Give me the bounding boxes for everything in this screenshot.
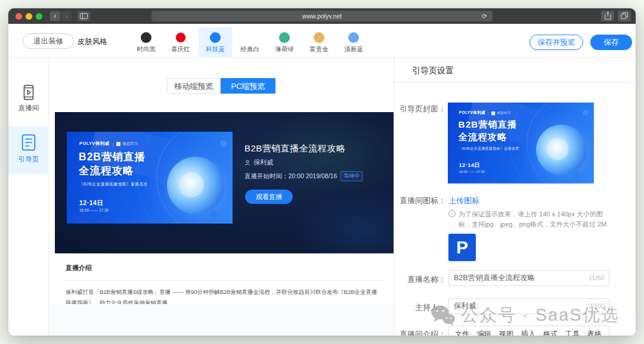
- address-bar[interactable]: www.polyv.net: [151, 11, 493, 21]
- editor-menu-bar: 文件 编辑 视图 插入 格式 工具 表格: [449, 326, 609, 336]
- name-char-counter: 11/50: [589, 274, 605, 281]
- guide-page-icon: [20, 134, 37, 151]
- host-label: 主持人：: [394, 302, 446, 313]
- banner-subtitle: 《B2B企业直播搭建指南》直播首发: [459, 146, 519, 151]
- live-start-time: 直播开始时间：20:00 2019/08/16: [244, 172, 337, 181]
- left-sidebar: 直播间 引导页: [8, 58, 49, 336]
- banner-subtitle: 《B2B企业直播搭建指南》直播首发: [79, 181, 148, 187]
- skin-option-black[interactable]: 时尚黑: [129, 27, 163, 58]
- status-badge: 等待中: [340, 171, 363, 181]
- room-intro-editor[interactable]: 文件 编辑 视图 插入 格式 工具 表格: [448, 326, 609, 336]
- editor-menu-view[interactable]: 视图: [499, 329, 513, 336]
- skin-swatch-gold[interactable]: [314, 32, 324, 43]
- upload-icon-link[interactable]: 上传图标: [448, 196, 479, 206]
- skin-swatch-mint-green[interactable]: [279, 32, 290, 43]
- preview-footer-area: [49, 304, 394, 336]
- tab-pc-preview[interactable]: PC端预览: [221, 78, 275, 94]
- exit-decoration-button[interactable]: 退出装修: [23, 33, 74, 49]
- back-button[interactable]: [50, 11, 60, 21]
- skin-option-mint-green[interactable]: 薄荷绿: [268, 27, 301, 58]
- sidebar-item-live-room[interactable]: 直播间: [8, 84, 49, 121]
- url-text: www.polyv.net: [302, 13, 342, 20]
- banner-title: B2B营销直播 全流程攻略: [459, 119, 518, 143]
- sidebar-toggle-icon[interactable]: [78, 11, 90, 21]
- share-icon[interactable]: [601, 11, 614, 21]
- editor-menu-file[interactable]: 文件: [455, 329, 469, 336]
- partner-logo-icon: [491, 111, 495, 115]
- live-room-icon: [21, 84, 36, 101]
- live-start-time-row: 直播开始时间：20:00 2019/08/16 等待中: [244, 171, 363, 181]
- skin-option-fresh-blue[interactable]: 清新蓝: [337, 27, 370, 58]
- guide-page-hero: POLYV保利威 | 致趋百川 B2B营销直播 全流程攻略 《B2B企业直播搭建…: [55, 112, 394, 253]
- tab-mobile-preview[interactable]: 移动端预览: [167, 78, 221, 94]
- room-intro-label: 直播间介绍：: [394, 329, 446, 336]
- browser-window: www.polyv.net 退出装修 皮肤风格 时尚黑 喜庆红 科技蓝 经典白: [8, 8, 636, 336]
- editor-menu-edit[interactable]: 编辑: [477, 329, 491, 336]
- preview-tabs: 移动端预览 PC端预览: [167, 78, 275, 94]
- skin-option-white[interactable]: 经典白: [233, 27, 267, 58]
- skin-swatch-red[interactable]: [175, 32, 186, 43]
- tab-overview-icon[interactable]: [618, 11, 631, 21]
- cover-thumbnail[interactable]: POLYV保利威 | 致趋百川 B2B营销直播 全流程攻略 《B2B企业直播搭建…: [448, 103, 594, 184]
- banner-time: 16:00 —— 17:30: [459, 170, 485, 173]
- settings-title: 引导页设置: [412, 66, 454, 76]
- watch-live-button[interactable]: 观看直播: [245, 190, 293, 204]
- room-icon-preview: P: [448, 234, 476, 261]
- intro-divider: [66, 280, 383, 281]
- decorator-toolbar: 退出装修 皮肤风格 时尚黑 喜庆红 科技蓝 经典白 薄荷绿 富贵金 清新蓝: [8, 24, 636, 58]
- banner-logos: POLYV保利威 | 致趋百川: [79, 141, 138, 147]
- host-input[interactable]: [448, 298, 609, 314]
- skin-option-gold[interactable]: 富贵金: [302, 27, 336, 58]
- banner-date: 12·14日: [79, 199, 103, 207]
- person-icon: [244, 160, 250, 166]
- live-title: B2B营销直播全流程攻略: [244, 143, 345, 154]
- sidebar-item-guide-page[interactable]: 引导页: [8, 126, 49, 174]
- banner-logos: POLYV保利威 | 致趋百川: [459, 110, 511, 116]
- skin-swatch-fresh-blue[interactable]: [348, 32, 359, 43]
- banner-date: 12·14日: [459, 162, 481, 169]
- guide-page-settings-panel: 引导页设置 引导页封面： POLYV保利威 | 致趋百川: [394, 58, 636, 336]
- deco-dot: [209, 210, 217, 218]
- icon-upload-hint: 为了保证显示效果，请上传 140 x 140px 大小的图标，支持jpg、jpe…: [448, 209, 614, 230]
- reload-icon[interactable]: [482, 11, 487, 21]
- editor-menu-insert[interactable]: 插入: [521, 329, 535, 336]
- forward-button[interactable]: [61, 11, 72, 21]
- skin-style-label: 皮肤风格: [78, 37, 107, 47]
- cover-label: 引导页封面：: [394, 104, 446, 114]
- live-host: 保利威: [253, 158, 273, 167]
- deco-dot: [583, 110, 589, 116]
- info-icon: [448, 210, 456, 217]
- deco-dot: [220, 140, 227, 147]
- zoom-window-button[interactable]: [36, 13, 42, 20]
- browser-titlebar: www.polyv.net: [8, 8, 636, 24]
- preview-area: 移动端预览 PC端预览 POLYV保利威 | 致趋百川: [49, 58, 394, 336]
- skin-swatch-tech-blue[interactable]: [210, 32, 221, 43]
- banner-time: 16:00 —— 17:30: [79, 208, 109, 212]
- save-button[interactable]: 保存: [590, 35, 632, 50]
- partner-logo-icon: [116, 142, 120, 146]
- close-window-button[interactable]: [16, 13, 22, 20]
- skin-swatch-black[interactable]: [141, 32, 151, 43]
- live-intro-heading: 直播介绍: [55, 253, 394, 272]
- host-char-counter: 3/100: [589, 302, 605, 309]
- live-name-label: 直播名称：: [394, 274, 446, 285]
- save-and-preview-button[interactable]: 保存并预览: [530, 35, 583, 50]
- banner-title: B2B营销直播 全流程攻略: [79, 150, 145, 178]
- editor-menu-format[interactable]: 格式: [543, 329, 558, 336]
- skin-swatch-white[interactable]: [244, 32, 255, 43]
- live-name-input[interactable]: [448, 270, 609, 286]
- cover-banner-thumb: POLYV保利威 | 致趋百川 B2B营销直播 全流程攻略 《B2B企业直播搭建…: [448, 103, 594, 184]
- editor-menu-table[interactable]: 表格: [587, 329, 602, 336]
- minimize-window-button[interactable]: [26, 13, 32, 20]
- settings-divider: [394, 82, 636, 83]
- live-cover-banner: POLYV保利威 | 致趋百川 B2B营销直播 全流程攻略 《B2B企业直播搭建…: [67, 132, 233, 224]
- room-icon-label: 直播间图标：: [394, 196, 446, 206]
- glow-disc-core: [547, 138, 569, 160]
- deco-dot: [574, 172, 580, 178]
- editor-menu-tools[interactable]: 工具: [565, 329, 580, 336]
- glow-disc-core: [179, 172, 204, 197]
- live-host-row: 保利威: [244, 158, 273, 167]
- live-intro-section: 直播介绍 保利威打造「B2B营销直播S级攻略」直播 —— 用90分钟拆解B2B营…: [55, 253, 394, 308]
- skin-option-tech-blue[interactable]: 科技蓝: [199, 27, 232, 58]
- skin-option-red[interactable]: 喜庆红: [164, 27, 197, 58]
